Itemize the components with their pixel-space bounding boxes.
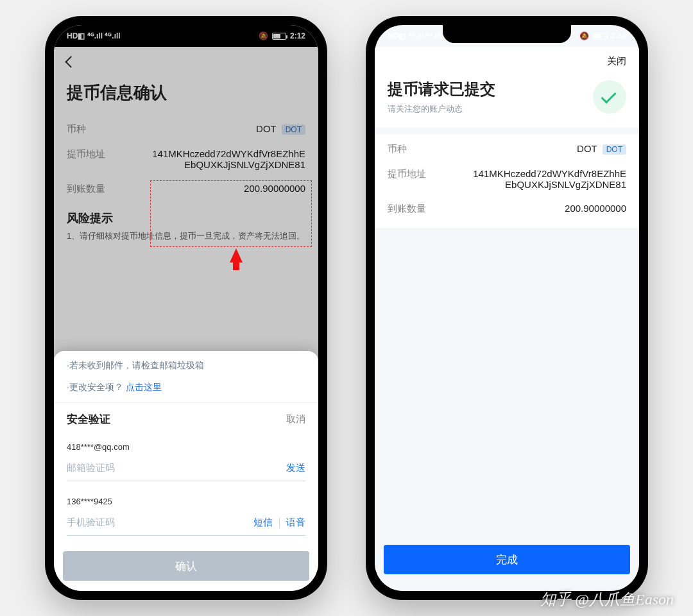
- coin-label: 币种: [388, 143, 407, 155]
- verification-sheet: ·若未收到邮件，请检查邮箱垃圾箱 ·更改安全项？ 点击这里 安全验证 取消 41…: [54, 351, 318, 591]
- phone-code-placeholder: 手机验证码: [67, 517, 115, 529]
- email-code-placeholder: 邮箱验证码: [67, 462, 115, 474]
- coin-value: DOT DOT: [577, 143, 626, 155]
- address-value: 141MKHczedd72dWYKdfVr8EZhhEEbQUXKJjSNLVg…: [148, 148, 305, 170]
- divider: [279, 518, 280, 528]
- confirm-button[interactable]: 确认: [63, 551, 309, 581]
- coin-badge: DOT: [603, 144, 626, 155]
- sheet-title: 安全验证: [67, 412, 110, 427]
- phone-left: HD◧ ⁴ᴳ.ıll ⁴ᴳ.ıll 🔕 2:12 提币信息确认 币种: [45, 16, 327, 600]
- coin-label: 币种: [67, 123, 86, 135]
- back-icon[interactable]: [63, 54, 78, 69]
- risk-heading: 风险提示: [54, 201, 318, 230]
- status-time: 2:14: [611, 31, 626, 40]
- notch: [443, 25, 571, 43]
- amount-value: 200.90000000: [244, 183, 305, 194]
- email-masked: 418****@qq.com: [67, 442, 305, 452]
- send-sms-button[interactable]: 短信: [253, 517, 273, 529]
- sheet-note-1: ·若未收到邮件，请检查邮箱垃圾箱: [54, 351, 318, 373]
- battery-icon: [593, 33, 607, 40]
- phone-right: HD◧ ⁴ᴳ.ıll ⁴ᴳ.ıll 🔕 2:14 关闭 提币请求已提交 请关注您…: [366, 16, 648, 600]
- signal-icon: HD◧ ⁴ᴳ.ıll ⁴ᴳ.ıll: [67, 31, 121, 40]
- email-code-input[interactable]: 邮箱验证码 发送: [67, 456, 305, 481]
- notch: [122, 25, 250, 43]
- mute-icon: 🔕: [259, 31, 268, 40]
- page-title: 提币信息确认: [54, 76, 318, 117]
- close-button[interactable]: 关闭: [607, 55, 626, 67]
- change-security-link[interactable]: 点击这里: [126, 382, 162, 392]
- sheet-note-2: ·更改安全项？ 点击这里: [54, 373, 318, 395]
- address-label: 提币地址: [67, 148, 105, 160]
- phone-masked: 136****9425: [67, 497, 305, 506]
- success-check-icon: [593, 80, 626, 114]
- coin-value: DOT DOT: [256, 123, 305, 135]
- battery-icon: [272, 33, 286, 40]
- success-subtitle: 请关注您的账户动态: [388, 103, 495, 115]
- phone-code-input[interactable]: 手机验证码 短信 语音: [67, 510, 305, 536]
- address-value: 141MKHczedd72dWYKdfVr8EZhhEEbQUXKJjSNLVg…: [468, 168, 626, 190]
- coin-badge: DOT: [282, 124, 305, 135]
- risk-body: 1、请仔细核对提币地址信息，提币一旦完成，资产将无法追回。: [54, 230, 318, 243]
- amount-label: 到账数量: [388, 203, 426, 215]
- cancel-button[interactable]: 取消: [286, 413, 305, 425]
- send-email-code-button[interactable]: 发送: [286, 462, 305, 474]
- send-voice-button[interactable]: 语音: [286, 517, 305, 529]
- mute-icon: 🔕: [579, 31, 589, 40]
- signal-icon: HD◧ ⁴ᴳ.ıll ⁴ᴳ.ıll: [388, 31, 441, 40]
- address-label: 提币地址: [388, 168, 426, 180]
- amount-label: 到账数量: [67, 183, 105, 195]
- done-button[interactable]: 完成: [384, 545, 630, 574]
- success-title: 提币请求已提交: [388, 79, 495, 99]
- status-time: 2:12: [290, 31, 305, 40]
- amount-value: 200.90000000: [565, 203, 626, 214]
